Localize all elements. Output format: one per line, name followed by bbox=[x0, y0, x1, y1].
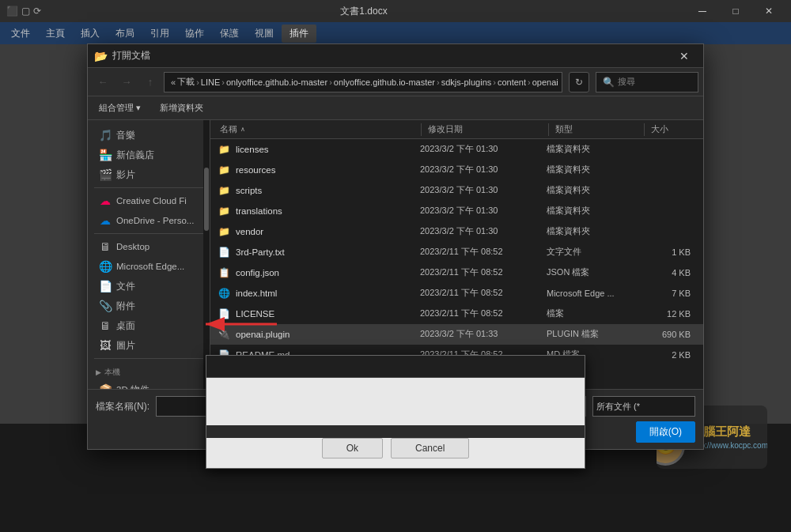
3d-icon: 📦 bbox=[99, 383, 112, 389]
col-size-header[interactable]: 大小 bbox=[645, 123, 700, 135]
refresh-button[interactable]: ↻ bbox=[569, 72, 589, 92]
file-type: 檔案資料夾 bbox=[547, 164, 642, 175]
addr-sep-1: › bbox=[196, 77, 199, 87]
sidebar-item-creative[interactable]: ☁ Creative Cloud Fi bbox=[91, 191, 206, 210]
sub-dialog-title bbox=[206, 356, 585, 378]
close-btn[interactable]: ✕ bbox=[753, 0, 785, 22]
file-date: 2023/2/11 下午 08:52 bbox=[420, 308, 547, 319]
minimize-btn[interactable]: ─ bbox=[687, 0, 718, 22]
menu-layout[interactable]: 布局 bbox=[108, 25, 142, 43]
dialog-close-button[interactable]: ✕ bbox=[672, 45, 697, 67]
col-date-header[interactable]: 修改日期 bbox=[422, 123, 548, 135]
file-icon: 📁 bbox=[217, 224, 231, 239]
menu-collab[interactable]: 協作 bbox=[177, 25, 212, 43]
file-list-header: 名稱 ∧ 修改日期 類型 大小 bbox=[210, 120, 703, 139]
file-type: 檔案資料夾 bbox=[547, 205, 642, 217]
sidebar-item-onedrive[interactable]: ☁ OneDrive - Perso... bbox=[91, 211, 206, 230]
file-type: 檔案資料夾 bbox=[547, 184, 642, 196]
maximize-btn[interactable]: □ bbox=[720, 0, 751, 22]
file-icon: 📁 bbox=[217, 142, 231, 157]
file-name: translations bbox=[236, 206, 420, 216]
menu-home[interactable]: 主頁 bbox=[38, 25, 73, 43]
pictures-icon: 🖼 bbox=[99, 339, 112, 352]
search-placeholder: 搜尋 bbox=[618, 76, 635, 88]
back-button[interactable]: ← bbox=[93, 72, 113, 92]
addr-part-1: 下載 bbox=[177, 76, 195, 88]
table-row[interactable]: 📄 3rd-Party.txt 2023/2/11 下午 08:52 文字文件 … bbox=[210, 242, 703, 262]
sidebar-label-desktop2: 桌面 bbox=[116, 320, 135, 332]
sidebar-item-edge[interactable]: 🌐 Microsoft Edge... bbox=[91, 257, 206, 276]
sidebar-item-desktop[interactable]: 🖥 Desktop bbox=[91, 237, 206, 256]
sidebar-scroll-thumb[interactable] bbox=[204, 168, 209, 231]
file-type: 檔案資料夾 bbox=[547, 143, 642, 155]
file-icon: 📋 bbox=[217, 266, 231, 280]
store-icon: 🏪 bbox=[99, 149, 112, 161]
menu-ref[interactable]: 引用 bbox=[142, 25, 177, 43]
address-bar[interactable]: « 下載 › LINE › onlyoffice.github.io-maste… bbox=[164, 72, 562, 92]
sidebar-label-desktop: Desktop bbox=[116, 242, 149, 251]
desktop2-icon: 🖥 bbox=[99, 319, 112, 332]
col-type-header[interactable]: 類型 bbox=[549, 123, 644, 135]
menu-insert[interactable]: 插入 bbox=[73, 25, 108, 43]
attachments-icon: 📎 bbox=[99, 300, 112, 312]
dialog-title-bar: 📂 打開文檔 ✕ bbox=[88, 44, 703, 68]
table-row[interactable]: 📁 vendor 2023/3/2 下午 01:30 檔案資料夾 bbox=[210, 221, 703, 242]
menu-file[interactable]: 文件 bbox=[3, 25, 38, 43]
file-date: 2023/2/11 下午 08:52 bbox=[420, 287, 547, 299]
filetype-select[interactable]: 所有文件 (* bbox=[592, 396, 695, 417]
organize-button[interactable]: 組合管理 ▾ bbox=[93, 100, 147, 116]
addr-sep-2: › bbox=[221, 77, 225, 87]
up-button[interactable]: ↑ bbox=[140, 72, 161, 92]
addr-sep-5: › bbox=[493, 77, 496, 87]
sidebar-label-onedrive: OneDrive - Perso... bbox=[116, 216, 194, 225]
sidebar-label-music: 音樂 bbox=[116, 130, 135, 141]
table-row[interactable]: 📁 translations 2023/3/2 下午 01:30 檔案資料夾 bbox=[210, 201, 703, 221]
table-row[interactable]: 📋 config.json 2023/2/11 下午 08:52 JSON 檔案… bbox=[210, 262, 703, 283]
table-row[interactable]: 📁 licenses 2023/3/2 下午 01:30 檔案資料夾 bbox=[210, 139, 703, 160]
open-button[interactable]: 開啟(O) bbox=[636, 421, 695, 443]
menu-plugin[interactable]: 插件 bbox=[282, 25, 316, 43]
file-type: 檔案資料夾 bbox=[547, 225, 642, 237]
sidebar-item-docs[interactable]: 📄 文件 bbox=[91, 277, 206, 296]
window-controls: ─ □ ✕ bbox=[687, 0, 785, 22]
addr-part-5: sdkjs-plugins bbox=[441, 77, 492, 87]
sidebar-item-video[interactable]: 🎬 影片 bbox=[91, 165, 206, 184]
table-row[interactable]: 📁 scripts 2023/3/2 下午 01:30 檔案資料夾 bbox=[210, 180, 703, 201]
sidebar-divider-2 bbox=[94, 233, 203, 234]
sidebar-label-attachments: 附件 bbox=[116, 300, 135, 312]
sidebar-label-machine: 本機 bbox=[104, 367, 120, 378]
file-date: 2023/3/2 下午 01:30 bbox=[420, 164, 547, 175]
table-row[interactable]: 🌐 index.html 2023/2/11 下午 08:52 Microsof… bbox=[210, 283, 703, 304]
addr-part-3: onlyoffice.github.io-master bbox=[226, 77, 327, 87]
cancel-button[interactable]: Cancel bbox=[391, 438, 469, 458]
sidebar: 🎵 音樂 🏪 新信義店 🎬 影片 ☁ Creative Cloud Fi bbox=[88, 120, 210, 389]
sidebar-item-desktop2[interactable]: 🖥 桌面 bbox=[91, 316, 206, 335]
new-folder-button[interactable]: 新增資料夾 bbox=[153, 100, 210, 116]
sidebar-item-attachments[interactable]: 📎 附件 bbox=[91, 296, 206, 315]
file-icon: 📁 bbox=[217, 163, 231, 177]
file-name: scripts bbox=[236, 186, 420, 195]
addr-sep-4: › bbox=[437, 77, 440, 87]
sidebar-item-store[interactable]: 🏪 新信義店 bbox=[91, 145, 206, 164]
file-icon: 🔌 bbox=[217, 327, 231, 341]
search-box[interactable]: 🔍 搜尋 bbox=[596, 72, 698, 92]
table-row[interactable]: 📁 resources 2023/3/2 下午 01:30 檔案資料夾 bbox=[210, 160, 703, 180]
col-type-label: 類型 bbox=[555, 123, 573, 135]
col-name-header[interactable]: 名稱 ∧ bbox=[214, 123, 421, 135]
sub-dialog: Ok Cancel bbox=[206, 355, 585, 469]
table-row[interactable]: 🔌 openai.plugin 2023/3/2 下午 01:33 PLUGIN… bbox=[210, 324, 703, 345]
ok-button[interactable]: Ok bbox=[322, 438, 383, 458]
desktop-icon: 🖥 bbox=[99, 240, 112, 253]
file-icon: 🌐 bbox=[217, 286, 231, 300]
menu-view[interactable]: 視圖 bbox=[247, 25, 282, 43]
sidebar-item-pictures[interactable]: 🖼 圖片 bbox=[91, 336, 206, 355]
sidebar-label-creative: Creative Cloud Fi bbox=[116, 196, 187, 206]
sidebar-divider-1 bbox=[94, 187, 203, 188]
addr-part-0: « bbox=[171, 77, 176, 87]
sidebar-item-music[interactable]: 🎵 音樂 bbox=[91, 126, 206, 145]
sidebar-scrollbar[interactable] bbox=[203, 120, 210, 389]
forward-button[interactable]: → bbox=[116, 72, 137, 92]
menu-protect[interactable]: 保護 bbox=[212, 25, 247, 43]
sidebar-item-3d[interactable]: 📦 3D 物件 bbox=[91, 380, 206, 389]
table-row[interactable]: 📄 LICENSE 2023/2/11 下午 08:52 檔案 12 KB bbox=[210, 304, 703, 324]
